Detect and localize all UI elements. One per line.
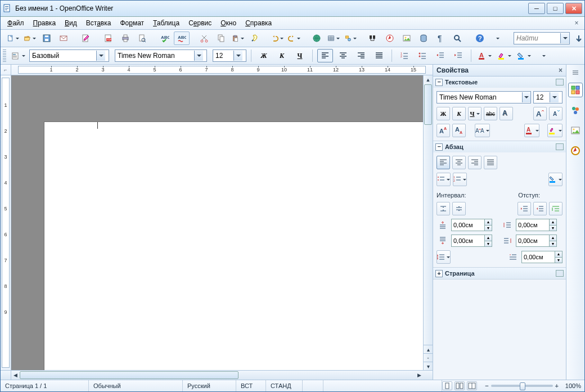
minimize-button[interactable]: ─ [528,3,545,14]
spin-up[interactable]: ▲ [549,235,556,241]
sidebar-close-icon[interactable]: × [559,66,562,74]
cut-button[interactable] [196,31,212,45]
font-color-button[interactable]: A [476,49,493,62]
tab-properties[interactable] [568,83,583,97]
find-next-button[interactable] [571,31,585,45]
align-left-button[interactable] [317,49,333,62]
italic-button[interactable]: К [274,49,290,62]
align-justify-button[interactable] [371,49,387,62]
status-style[interactable]: Обычный [89,380,183,391]
indent-right-input[interactable]: ▲▼ [516,235,557,247]
prev-page-button[interactable]: ▴ [424,345,433,353]
sb-font-arrow[interactable] [522,92,530,102]
paste-button[interactable] [230,31,246,45]
menu-edit[interactable]: Правка [30,18,60,28]
sb-size-arrow[interactable] [550,92,559,102]
hscroll-thumb[interactable] [20,371,238,379]
menubar-close-icon[interactable]: × [572,19,581,27]
print-button[interactable] [118,31,133,45]
spacing-below-field[interactable] [452,235,484,246]
sb-size-combo[interactable] [533,91,562,103]
undo-button[interactable] [269,31,285,45]
view-book-button[interactable] [467,381,477,390]
edit-button[interactable] [78,31,94,45]
spacing-above-field[interactable] [452,219,484,231]
paragraph-style-input[interactable] [32,52,96,60]
sb-font-combo[interactable] [436,91,531,103]
para-panel-header[interactable]: − Абзац [433,141,566,152]
font-name-input[interactable] [118,52,194,60]
scroll-up-arrow[interactable]: ▲ [424,75,433,84]
vertical-ruler[interactable]: 123456789 [1,75,11,370]
bgcolor-button[interactable] [515,49,533,62]
status-selmode[interactable]: СТАНД [266,380,303,391]
styles-button[interactable] [10,49,27,62]
increase-indent-button[interactable] [451,49,466,62]
maximize-button[interactable]: □ [547,3,564,14]
indent-right-field[interactable] [516,235,549,246]
zoom-in-icon[interactable]: + [555,382,559,389]
font-dropdown-arrow[interactable] [194,51,203,61]
menu-tools[interactable]: Сервис [185,18,215,28]
sb-dec-spacing-button[interactable] [452,202,466,215]
format-paint-button[interactable] [247,31,263,45]
nonprinting-button[interactable]: ¶ [433,31,448,45]
status-insmode[interactable]: ВСТ [236,380,266,391]
document-canvas[interactable] [11,75,423,370]
sb-align-left[interactable] [436,156,450,169]
sb-bullets-button[interactable] [436,173,451,186]
menu-format[interactable]: Формат [116,18,147,28]
font-size-combo[interactable] [213,49,246,62]
menu-insert[interactable]: Вставка [83,18,115,28]
line-spacing-button[interactable] [436,250,451,264]
highlight-button[interactable] [496,49,513,62]
text-panel-header[interactable]: − Текстовые [433,76,566,88]
email-button[interactable] [56,31,71,45]
para-panel-more-icon[interactable] [556,143,564,150]
nav-select-button[interactable]: ◦ [424,353,433,362]
sb-super-button[interactable]: AA [436,124,450,137]
find-dropdown-arrow[interactable] [560,33,569,43]
menu-view[interactable]: Вид [61,18,80,28]
status-page[interactable]: Страница 1 / 1 [1,380,89,391]
sb-grow-font-button[interactable]: A [533,107,547,120]
status-lang[interactable]: Русский [183,380,236,391]
sb-numbers-button[interactable]: 12 [453,173,467,186]
spin-up[interactable]: ▲ [555,251,562,258]
spellcheck-button[interactable]: ABC [157,31,173,45]
sb-highlight-button[interactable] [547,124,562,137]
spin-down[interactable]: ▼ [555,258,562,263]
find-combo[interactable] [514,32,570,44]
collapse-icon[interactable]: − [435,143,443,151]
font-size-input[interactable] [215,52,233,60]
sb-align-justify[interactable] [484,156,497,169]
spacing-above-input[interactable]: ▲▼ [451,219,492,231]
numbered-list-button[interactable]: 12 [397,49,412,62]
preview-button[interactable] [134,31,150,45]
align-center-button[interactable] [335,49,351,62]
view-multi-page-button[interactable] [454,381,465,390]
fmt-overflow[interactable] [535,49,551,62]
spacing-below-input[interactable]: ▲▼ [451,235,492,247]
scroll-left-arrow[interactable]: ◀ [11,371,20,380]
spin-down[interactable]: ▼ [484,226,492,231]
collapse-icon[interactable]: − [435,79,443,86]
spin-up[interactable]: ▲ [484,219,492,226]
bold-button[interactable]: Ж [256,49,272,62]
horizontal-scrollbar[interactable]: ◀ ▶ [1,370,433,380]
indent-left-field[interactable] [516,219,549,231]
close-button[interactable]: ✕ [565,3,582,14]
tab-styles[interactable] [568,103,583,118]
tab-gallery[interactable] [568,123,583,138]
size-dropdown-arrow[interactable] [233,51,242,61]
sb-sub-button[interactable]: AA [452,124,466,137]
indent-left-input[interactable]: ▲▼ [516,219,557,231]
zoom-button[interactable] [449,31,465,45]
text-panel-more-icon[interactable] [556,79,564,85]
style-dropdown-arrow[interactable] [96,51,105,61]
zoom-knob[interactable] [520,382,525,390]
sb-italic-button[interactable]: К [452,107,466,120]
save-button[interactable] [39,31,55,45]
sb-align-right[interactable] [468,156,482,169]
sb-shadow-button[interactable]: AA [500,107,513,120]
